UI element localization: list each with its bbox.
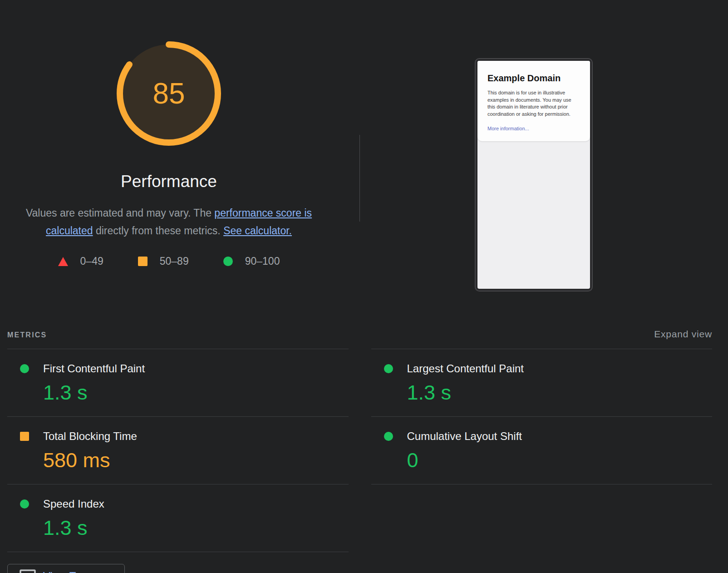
metric-name: Largest Contentful Paint [407,362,524,375]
metric-speed-index: Speed Index 1.3 s [7,484,349,552]
metric-value: 1.3 s [43,517,349,539]
metric-first-contentful-paint: First Contentful Paint 1.3 s [7,349,349,416]
pass-circle-icon [223,257,233,266]
performance-score-value: 85 [116,41,221,146]
view-treemap-button[interactable]: View Treemap [7,564,125,573]
screenshot-more-info-link: More information... [487,126,529,131]
see-calculator-link[interactable]: See calculator. [223,225,292,237]
screenshot-content-card: Example Domain This domain is for use in… [477,61,590,141]
vertical-divider [359,135,360,222]
metric-name: Speed Index [43,498,104,510]
expand-view-button[interactable]: Expand view [654,329,712,340]
disclaimer-text-1: Values are estimated and may vary. The [26,207,214,219]
metric-value: 0 [407,449,713,472]
metric-cumulative-layout-shift: Cumulative Layout Shift 0 [371,416,713,484]
fail-triangle-icon [58,257,68,266]
metrics-grid: First Contentful Paint 1.3 s Largest Con… [7,349,712,552]
metric-value: 580 ms [43,449,349,472]
pass-range-label: 90–100 [245,255,280,267]
report-summary-section: 85 Performance Values are estimated and … [0,41,728,313]
treemap-icon [20,569,36,573]
average-square-icon [20,432,29,441]
screenshot-paragraph: This domain is for use in illustrative e… [487,89,580,118]
pass-circle-icon [384,364,393,373]
metric-total-blocking-time: Total Blocking Time 580 ms [7,416,349,484]
disclaimer-text-2: directly from these metrics. [93,225,224,237]
category-title: Performance [0,172,338,192]
average-range-label: 50–89 [160,255,189,267]
score-disclaimer: Values are estimated and may vary. The p… [10,204,328,240]
pass-circle-icon [20,499,29,509]
average-square-icon [138,257,148,266]
legend-item-average: 50–89 [138,255,189,267]
pass-circle-icon [20,364,29,373]
view-treemap-label: View Treemap [43,570,113,573]
screenshot-heading: Example Domain [487,73,580,84]
performance-score-gauge[interactable]: 85 [116,41,221,146]
metric-value: 1.3 s [407,381,713,404]
metric-grid-spacer [371,484,713,552]
metrics-section: METRICS Expand view First Contentful Pai… [0,329,728,573]
metric-largest-contentful-paint: Largest Contentful Paint 1.3 s [371,349,713,416]
final-screenshot-thumbnail: Example Domain This domain is for use in… [475,58,593,291]
metric-value: 1.3 s [43,381,349,404]
metrics-section-title: METRICS [7,331,47,339]
screenshot-page-body: Example Domain This domain is for use in… [477,61,590,289]
score-scale-legend: 0–49 50–89 90–100 [0,255,338,267]
metric-name: Total Blocking Time [43,430,137,443]
metric-name: Cumulative Layout Shift [407,430,522,443]
legend-item-fail: 0–49 [58,255,103,267]
legend-item-pass: 90–100 [223,255,280,267]
metric-name: First Contentful Paint [43,362,145,375]
fail-range-label: 0–49 [80,255,103,267]
pass-circle-icon [384,432,393,441]
